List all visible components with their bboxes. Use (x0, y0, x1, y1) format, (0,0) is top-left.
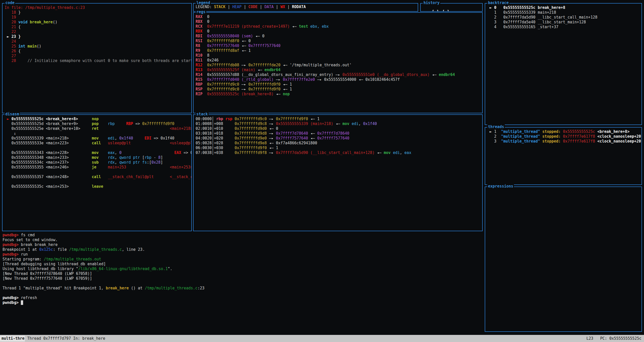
text-line: 0x555555555348 <main+233> mov rdx, qword… (5, 155, 191, 160)
text-line: ► 0x55555555525c <break_here+8> nop (5, 117, 191, 121)
history-forward-button[interactable]: [→] (442, 9, 449, 11)
text-line: 25 int main() (5, 44, 191, 49)
text-line: R8 0x7ffff7577640 ◂— 0x7ffff7577640 (196, 43, 482, 48)
text-line: pwndbg> break break_here (3, 242, 480, 247)
text-line: RSI 0x7fffffffd8f0 ◂— 0 (196, 39, 482, 43)
text-line: 18 } (5, 10, 191, 15)
registers-panel: regs RAX 0RBX 0RCX 0x7ffff7e11219 (pthre… (193, 12, 483, 113)
text-line: 05:0028│+028 0x7fffffffd9e8 ◂— 0xf7a4866… (196, 141, 482, 146)
text-line: 3 "multiple_thread" stopped: 0x7ffff7e61… (487, 139, 641, 144)
text-line: Using host libthread_db library "/lib/x8… (3, 267, 480, 271)
text-line: R12 0x7fffffffdb08 —▸ 0x7fffffffde20 ◂— … (196, 63, 482, 68)
text-line: ► 0 0x55555555525c break_here+8 (487, 5, 641, 10)
status-thread-info: Thread 0x7ffff7d797 In: break_here (25, 336, 105, 341)
text-line (5, 146, 191, 150)
text-line: 4 0x555555555165 _start+37 (487, 25, 641, 29)
history-back-button[interactable]: [←] (432, 9, 439, 11)
text-line: Thread 1 "multiple_thread" hit Breakpoin… (3, 286, 480, 291)
text-line: 07:0038│+038 0x7fffffffd9f8 —▸ 0x7ffff7d… (196, 150, 482, 155)
legend-content: LEGEND: STACK | HEAP | CODE | DATA | WX … (194, 4, 418, 11)
text-line: R13 0x55555555525f (main) ◂— endbr64 (196, 68, 482, 72)
text-line: 0x55555555525d <break_here+9> pop rbp RB… (5, 121, 191, 126)
text-line: 21 { (5, 25, 191, 29)
text-line: 1 0x555555555339 main+218 (487, 10, 641, 15)
text-line: ► 23 } (5, 34, 191, 39)
text-line: RAX 0 (196, 14, 482, 19)
text-line: [Thread debugging using libthread_db ena… (3, 262, 480, 267)
text-line: Starting program: /tmp/multiple_threads.… (3, 257, 480, 262)
text-line: Breakpoint 1 at 0x125c: file /tmp/multip… (3, 247, 480, 252)
text-line: 02:0010│+010 0x7fffffffd9d0 ◂— 0 (196, 126, 482, 131)
text-line: RBP 0x7fffffffd9c0 —▸ 0x7fffffffd9f0 ◂— … (196, 82, 482, 87)
text-line: LEGEND: STACK | HEAP | CODE | DATA | WX … (196, 5, 417, 9)
stack-content: 00:0000│ rbp rsp 0x7fffffffd9c0 —▸ 0x7ff… (194, 115, 482, 231)
text-line: 0x555555555339 <main+218> mov edi, 0x1f4… (5, 136, 191, 141)
text-line: 20 void break_here() (5, 20, 191, 25)
text-line: [New Thread 0x7ffff7d78640 (LWP 67058)] (3, 271, 480, 276)
text-line: R15 0x7ffff7ffd040 (_rtld_global) —▸ 0x7… (196, 77, 482, 82)
status-bar: multi-thre Thread 0x7ffff7d797 In: break… (0, 335, 644, 342)
text-line (5, 179, 191, 184)
text-line: 22 (5, 29, 191, 34)
text-line: R10 8 (196, 53, 482, 58)
console-output[interactable]: pwndbg> fs cmdFocus set to cmd window.pw… (3, 233, 480, 333)
text-line: 00:0000│ rbp rsp 0x7fffffffd9c0 —▸ 0x7ff… (196, 117, 482, 121)
text-line: RIP 0x55555555525c (break_here+8) ◂— nop (196, 92, 482, 97)
text-line: 2 "multiple_thread" stopped: 0x7ffff7e61… (487, 134, 641, 139)
expressions-panel: expressions (485, 186, 642, 332)
legend-panel: legend LEGEND: STACK | HEAP | CODE | DAT… (193, 3, 418, 12)
text-line: pwndbg> run (3, 252, 480, 257)
status-line-pc-info: L23 PC: 0x55555555525c (586, 336, 644, 341)
text-line: 2 0x7ffff7da5d90 __libc_start_call_main+… (487, 15, 641, 20)
text-line: R9 0x7fffffffd8af ◂— 1 (196, 48, 482, 53)
text-line: 27 (5, 54, 191, 58)
disasm-panel: disasm ► 0x55555555525c <break_here+8> n… (2, 114, 192, 231)
text-line: pwndbg> refresh (3, 296, 480, 300)
code-panel: code In file: /tmp/multiple_threads.c:23… (2, 3, 192, 113)
text-line: RSP 0x7fffffffd9c0 —▸ 0x7fffffffd9f0 ◂— … (196, 87, 482, 92)
threads-panel: threads ► 1 "multiple_thread" stopped: 0… (485, 127, 642, 185)
text-line: RDI 0x555555558040 (sem) ◂— 0 (196, 34, 482, 39)
stack-panel: stack 00:0000│ rbp rsp 0x7fffffffd9c0 —▸… (193, 114, 483, 231)
text-line (3, 291, 480, 296)
text-line: In file: /tmp/multiple_threads.c:23 (5, 5, 191, 10)
expressions-content (485, 187, 641, 331)
text-line: Focus set to cmd window. (3, 238, 480, 242)
disasm-content: ► 0x55555555525c <break_here+8> nop 0x55… (3, 115, 191, 231)
text-line: 03:0018│+018 0x7fffffffd9d8 —▸ 0x7ffff7d… (196, 131, 482, 136)
text-line: R14 0x555555557d88 (__do_global_dtors_au… (196, 72, 482, 77)
text-line: 0x55555555533e <main+223> call usleep@pl… (5, 141, 191, 146)
text-line: pwndbg> (3, 300, 480, 305)
text-line: 0x55555555534c <main+237> sub rdx, qword… (5, 160, 191, 165)
code-content: In file: /tmp/multiple_threads.c:23 18 }… (3, 4, 191, 113)
text-line (5, 170, 191, 175)
text-line: 26 { (5, 49, 191, 54)
backtrace-panel: backtrace ► 0 0x55555555525c break_here+… (485, 3, 642, 125)
text-line: 0x55555555525e <break_here+10> ret <main… (5, 126, 191, 131)
text-line: 28 // Initialize semaphore with count 0 … (5, 58, 191, 63)
text-line: [New Thread 0x7ffff7577640 (LWP 67059)] (3, 276, 480, 281)
text-line: pwndbg> fs cmd (3, 233, 480, 238)
history-panel: history [←][→] (420, 3, 483, 12)
text-line: 0x55555555535c <main+253> leave (5, 184, 191, 189)
text-line: 04:0020│+020 0x7fffffffd9e0 —▸ 0x7ffff75… (196, 136, 482, 141)
backtrace-content: ► 0 0x55555555525c break_here+8 1 0x5555… (485, 4, 641, 125)
text-line: 0x555555555355 <main+246> je main+253 <m… (5, 165, 191, 170)
text-line (3, 281, 480, 286)
text-line: ► 1 "multiple_thread" stopped: 0x5555555… (487, 129, 641, 134)
text-line: 24 (5, 39, 191, 44)
threads-content: ► 1 "multiple_thread" stopped: 0x5555555… (485, 128, 641, 184)
text-line: RBX 0 (196, 19, 482, 24)
text-line: 19 (5, 15, 191, 20)
text-line: RCX 0x7ffff7e11219 (pthread_create+1497)… (196, 24, 482, 29)
text-line: R11 0x246 (196, 58, 482, 63)
text-line: 06:0030│+030 0x7fffffffd9f0 ◂— 1 (196, 146, 482, 150)
status-session-segment: multi-thre (0, 336, 25, 341)
text-line: ↓ (5, 131, 191, 136)
text-line: 3 0x7ffff7da5e40 __libc_start_main+128 (487, 20, 641, 25)
text-line: RDX 0 (196, 29, 482, 34)
registers-content: RAX 0RBX 0RCX 0x7ffff7e11219 (pthread_cr… (194, 13, 482, 113)
text-line: 01:0008│+008 0x7fffffffd9c8 —▸ 0x5555555… (196, 121, 482, 126)
text-line: 0x555555555357 <main+248> call __stack_c… (5, 175, 191, 179)
text-line: 0x555555555343 <main+228> mov eax, 0 EAX… (5, 150, 191, 155)
